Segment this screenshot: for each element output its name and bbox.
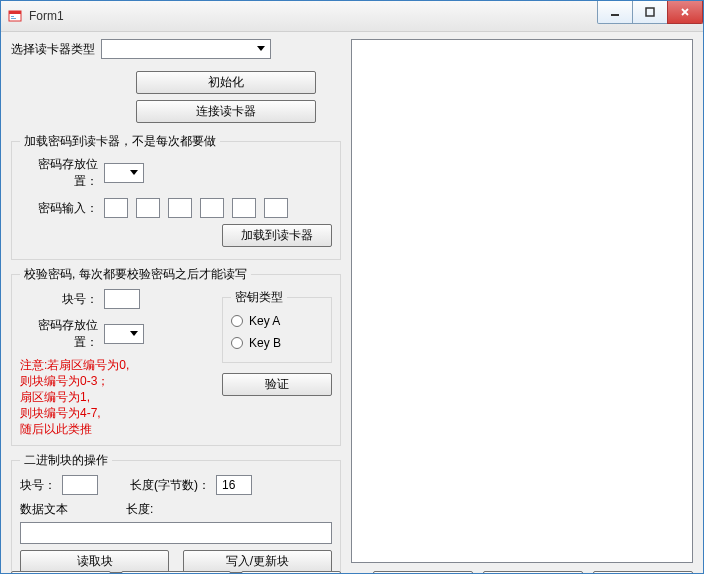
pw-storage-select[interactable]: [104, 163, 144, 183]
verify-note: 注意:若扇区编号为0, 则块编号为0-3； 扇区编号为1, 则块编号为4-7, …: [20, 357, 212, 437]
radio-icon: [231, 315, 243, 327]
app-window: Form1 选择读卡器类型 初始化 连接读卡器 加载密: [0, 0, 704, 574]
pw-byte-2[interactable]: [136, 198, 160, 218]
window-controls: [598, 1, 703, 24]
pw-byte-1[interactable]: [104, 198, 128, 218]
window-title: Form1: [29, 9, 64, 23]
binary-block-input[interactable]: [62, 475, 98, 495]
verify-note-line: 注意:若扇区编号为0,: [20, 357, 212, 373]
binary-block-label: 块号：: [20, 477, 56, 494]
svg-rect-4: [611, 14, 619, 16]
initialize-button[interactable]: 初始化: [136, 71, 316, 94]
pw-byte-6[interactable]: [264, 198, 288, 218]
load-to-reader-button[interactable]: 加载到读卡器: [222, 224, 332, 247]
verify-block-label: 块号：: [20, 291, 98, 308]
client-area: 选择读卡器类型 初始化 连接读卡器 加载密码到读卡器，不是每次都要做 密码存放位…: [1, 31, 703, 573]
binary-data-length-label: 长度:: [126, 501, 153, 518]
key-b-radio[interactable]: Key B: [231, 336, 323, 350]
chevron-down-icon: [127, 166, 141, 180]
chevron-down-icon: [254, 42, 268, 56]
binary-block-group: 二进制块的操作 块号： 长度(字节数)： 16 数据文本 长度:: [11, 452, 341, 574]
reader-type-label: 选择读卡器类型: [11, 41, 95, 58]
verify-note-line: 则块编号为0-3；: [20, 373, 212, 389]
verify-note-line: 随后以此类推: [20, 421, 212, 437]
binary-block-legend: 二进制块的操作: [20, 452, 112, 469]
app-icon: [7, 8, 23, 24]
verify-note-line: 则块编号为4-7,: [20, 405, 212, 421]
pw-byte-4[interactable]: [200, 198, 224, 218]
pw-storage-label: 密码存放位置：: [20, 156, 98, 190]
close-button[interactable]: [667, 1, 703, 24]
verify-button[interactable]: 验证: [222, 373, 332, 396]
key-type-legend: 密钥类型: [231, 289, 287, 306]
key-a-radio[interactable]: Key A: [231, 314, 323, 328]
pw-byte-5[interactable]: [232, 198, 256, 218]
key-b-label: Key B: [249, 336, 281, 350]
chevron-down-icon: [127, 327, 141, 341]
binary-length-input[interactable]: 16: [216, 475, 252, 495]
verify-password-legend: 校验密码, 每次都要校验密码之后才能读写: [20, 266, 251, 283]
key-type-group: 密钥类型 Key A Key B: [222, 289, 332, 363]
pw-byte-3[interactable]: [168, 198, 192, 218]
verify-password-group: 校验密码, 每次都要校验密码之后才能读写 块号： 密码存放位置：: [11, 266, 341, 446]
load-password-group: 加载密码到读卡器，不是每次都要做 密码存放位置： 密码输入：: [11, 133, 341, 260]
binary-data-label: 数据文本: [20, 501, 74, 518]
svg-rect-2: [11, 16, 14, 17]
binary-length-label: 长度(字节数)：: [130, 477, 210, 494]
verify-storage-label: 密码存放位置：: [20, 317, 98, 351]
svg-rect-5: [646, 8, 654, 16]
titlebar: Form1: [1, 1, 703, 32]
key-a-label: Key A: [249, 314, 280, 328]
right-column: [351, 39, 693, 563]
verify-note-line: 扇区编号为1,: [20, 389, 212, 405]
reader-type-select[interactable]: [101, 39, 271, 59]
maximize-button[interactable]: [632, 1, 668, 24]
radio-icon: [231, 337, 243, 349]
read-block-button[interactable]: 读取块: [20, 550, 169, 573]
verify-block-input[interactable]: [104, 289, 140, 309]
pw-input-label: 密码输入：: [20, 200, 98, 217]
connect-reader-button[interactable]: 连接读卡器: [136, 100, 316, 123]
minimize-button[interactable]: [597, 1, 633, 24]
reader-type-row: 选择读卡器类型: [11, 39, 341, 59]
binary-data-input[interactable]: [20, 522, 332, 544]
verify-storage-select[interactable]: [104, 324, 144, 344]
log-textarea[interactable]: [351, 39, 693, 563]
svg-rect-3: [11, 18, 16, 19]
svg-rect-1: [9, 11, 21, 14]
write-block-button[interactable]: 写入/更新块: [183, 550, 332, 573]
load-password-legend: 加载密码到读卡器，不是每次都要做: [20, 133, 220, 150]
